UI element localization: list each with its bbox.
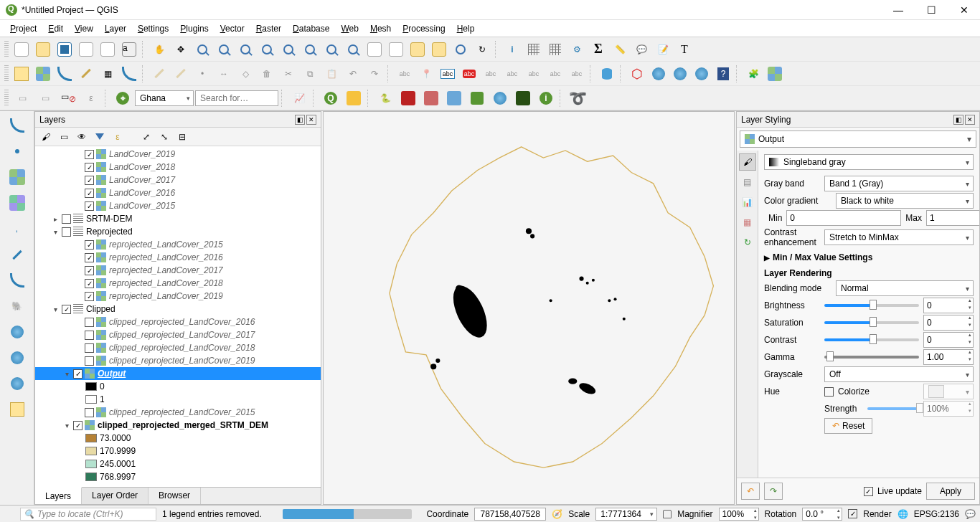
new-bookmark-button[interactable] <box>407 39 428 60</box>
qgis-icon-small[interactable] <box>4 509 14 519</box>
paste-button[interactable]: 📋 <box>321 64 341 84</box>
add-wfs-button[interactable] <box>6 372 29 395</box>
magnifier-spin[interactable]: 100% <box>719 508 759 521</box>
add-point-button[interactable] <box>6 140 29 163</box>
label-abc-button[interactable]: abc <box>395 64 415 84</box>
topology-checker-button[interactable] <box>119 64 139 84</box>
expand-toggle[interactable]: ▾ <box>51 305 60 313</box>
identify-button[interactable]: i <box>502 39 522 60</box>
colorize-checkbox[interactable] <box>824 387 834 397</box>
layer-node[interactable]: clipped_reprojected_LandCover_2015 <box>35 406 321 419</box>
plugin-r2-button[interactable] <box>420 87 442 109</box>
menu-plugins[interactable]: Plugins <box>174 22 214 36</box>
select-all-button[interactable]: ▭ <box>34 87 56 109</box>
plugin-1-button[interactable]: 🧩 <box>743 64 763 84</box>
zoom-out-button[interactable] <box>214 39 234 60</box>
tab-history[interactable]: ↻ <box>739 234 756 251</box>
visibility-checkbox[interactable] <box>85 150 94 159</box>
add-wms-button[interactable] <box>6 321 29 343</box>
visibility-checkbox[interactable] <box>62 305 71 314</box>
visibility-checkbox[interactable] <box>85 240 94 250</box>
layer-node[interactable]: LandCover_2018 <box>35 161 321 174</box>
layer-node[interactable]: LandCover_2017 <box>35 174 321 186</box>
tab-rendering[interactable]: ▦ <box>739 214 756 231</box>
crs-icon[interactable]: 🌐 <box>897 509 908 519</box>
layer-node[interactable]: ▾Clipped <box>35 303 321 315</box>
tab-symbology[interactable]: 🖌 <box>739 153 756 171</box>
expand-toggle[interactable]: ▾ <box>51 228 60 236</box>
zoom-last-button[interactable] <box>321 39 341 60</box>
panel-close-button[interactable]: ✕ <box>306 115 316 125</box>
map-canvas[interactable] <box>323 111 735 505</box>
pan-map-button[interactable]: ✋ <box>149 39 169 60</box>
redo-button[interactable]: ↷ <box>364 64 385 84</box>
locator-input[interactable]: 🔍Type to locate (Ctrl+K) <box>20 508 156 521</box>
menu-layer[interactable]: Layer <box>99 22 132 36</box>
color-gradient-combo[interactable]: Black to white <box>836 193 974 209</box>
panel-float-button[interactable]: ◧ <box>295 115 305 125</box>
layer-node[interactable]: LandCover_2016 <box>35 186 321 199</box>
save-project-button[interactable] <box>55 39 75 60</box>
visibility-checkbox[interactable] <box>85 331 94 340</box>
remove-layer-button[interactable]: ⊟ <box>174 129 190 145</box>
extents-icon[interactable]: 🧭 <box>552 509 562 519</box>
visibility-checkbox[interactable] <box>73 369 83 379</box>
visibility-checkbox[interactable] <box>85 343 94 353</box>
expand-toggle[interactable]: ▸ <box>51 215 60 223</box>
topology-plugin-button[interactable]: ⬡ <box>627 64 647 84</box>
tab-layer-order[interactable]: Layer Order <box>82 488 149 504</box>
label-tool-7-button[interactable]: abc <box>567 64 587 84</box>
new-shapefile-button[interactable] <box>55 64 75 84</box>
visibility-button[interactable]: 👁 <box>74 129 90 145</box>
rotation-spin[interactable]: 0.0 ° <box>802 508 842 521</box>
copy-button[interactable]: ⧉ <box>300 64 320 84</box>
gamma-slider[interactable] <box>824 349 919 365</box>
new-print-layout-button[interactable] <box>76 39 96 60</box>
contrast-combo[interactable]: Stretch to MinMax <box>824 229 974 245</box>
add-virtual-button[interactable] <box>6 269 29 292</box>
gray-band-combo[interactable]: Band 1 (Gray) <box>824 176 974 191</box>
label-tool-1-button[interactable]: abc <box>438 64 458 84</box>
chart-button[interactable]: 📈 <box>288 87 310 109</box>
visibility-checkbox[interactable] <box>85 176 94 185</box>
refresh-button[interactable]: ↻ <box>472 39 492 60</box>
edit-toggle-button[interactable] <box>76 64 96 84</box>
visibility-checkbox[interactable] <box>73 421 83 430</box>
chip-button[interactable]: ▦ <box>98 64 118 84</box>
brightness-spin[interactable]: 0 <box>923 298 974 313</box>
visibility-checkbox[interactable] <box>85 201 94 211</box>
visibility-checkbox[interactable] <box>85 163 94 172</box>
epsg-label[interactable]: EPSG:2136 <box>914 509 959 519</box>
plugin-globe-button[interactable] <box>489 87 511 109</box>
label-tool-4-button[interactable]: abc <box>502 64 522 84</box>
layer-node[interactable]: clipped_reprojected_LandCover_2017 <box>35 328 321 341</box>
blending-combo[interactable]: Normal <box>836 280 974 296</box>
layer-node[interactable]: ▸SRTM-DEM <box>35 212 321 225</box>
menu-settings[interactable]: Settings <box>132 22 174 36</box>
label-tool-6-button[interactable]: abc <box>545 64 565 84</box>
plugin-r1-button[interactable] <box>397 87 419 109</box>
menu-database[interactable]: Database <box>287 22 335 36</box>
deselect-button[interactable]: ▭⊘ <box>57 87 79 109</box>
contrast-spin[interactable]: 0 <box>923 332 974 348</box>
layer-node[interactable]: ▾Reprojected <box>35 225 321 238</box>
min-input[interactable] <box>786 210 901 226</box>
layer-node[interactable]: 73.0000 <box>35 432 321 445</box>
cut-button[interactable]: ✂ <box>278 64 298 84</box>
add-spatialite-button[interactable] <box>6 243 29 266</box>
add-raster-layer-button[interactable] <box>33 64 53 84</box>
diagram-button[interactable]: 📍 <box>416 64 436 84</box>
render-checkbox[interactable] <box>848 509 857 518</box>
coordinate-input[interactable] <box>474 508 546 521</box>
tab-browser[interactable]: Browser <box>149 488 201 504</box>
layer-tree[interactable]: LandCover_2019LandCover_2018LandCover_20… <box>35 146 321 487</box>
show-layout-manager-button[interactable] <box>98 39 118 60</box>
menu-project[interactable]: Project <box>4 22 42 36</box>
renderer-combo[interactable]: Singleband gray <box>764 154 974 170</box>
save-edits-button[interactable] <box>171 64 191 84</box>
messages-button[interactable]: 💬 <box>965 509 976 519</box>
open-styling-button[interactable]: 🖌 <box>38 129 54 145</box>
vertex-tool-button[interactable]: ◇ <box>235 64 255 84</box>
layer-node[interactable]: reprojected_LandCover_2017 <box>35 264 321 277</box>
filter-button[interactable] <box>92 129 108 145</box>
